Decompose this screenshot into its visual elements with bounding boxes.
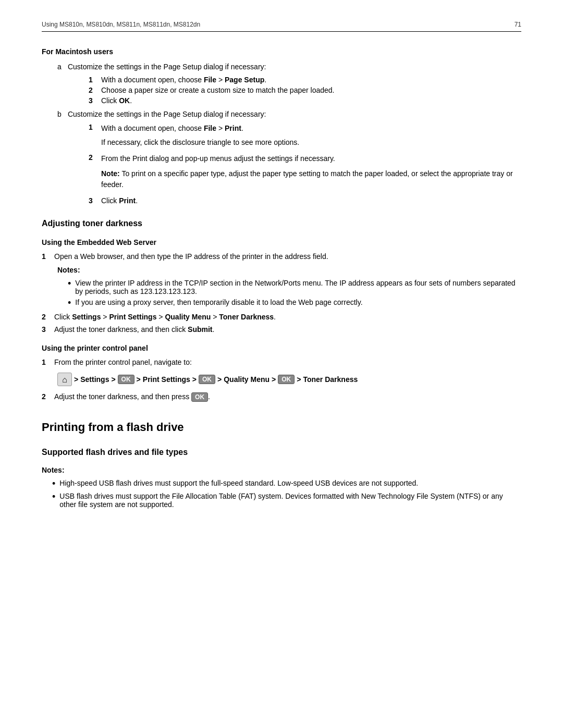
print-bold: Print	[225, 124, 241, 132]
step-num: 1	[42, 252, 50, 261]
quality-menu-bold: Quality Menu	[165, 313, 211, 321]
flash-drive-section: Printing from a flash drive Supported fl…	[42, 418, 521, 509]
file-bold: File	[204, 124, 216, 132]
header-bar: Using MS810n, MS810dn, MS811n, MS811dn, …	[42, 21, 521, 32]
numbered-item: 3 Click OK.	[89, 96, 521, 105]
embedded-web-server-heading: Using the Embedded Web Server	[42, 237, 521, 248]
note-block: Note: To print on a specific paper type,…	[101, 168, 521, 190]
note-label: Note:	[101, 169, 120, 178]
numbered-item: 1 With a document open, choose File > Pa…	[89, 76, 521, 84]
toner-darkness-bold: Toner Darkness	[219, 313, 274, 321]
ews-step1: 1 Open a Web browser, and then type the …	[42, 252, 521, 261]
cp-step1: 1 From the printer control panel, naviga…	[42, 358, 521, 366]
ews-notes: Notes: • View the printer IP address in …	[57, 265, 521, 309]
file-bold: File	[204, 76, 216, 84]
header-title: Using MS810n, MS810dn, MS811n, MS811dn, …	[42, 21, 200, 28]
ok-button-2: OK	[199, 375, 215, 384]
ok-bold: OK	[119, 96, 130, 105]
nav-sep: >	[297, 375, 301, 384]
flash-bullet-list: • High-speed USB flash drives must suppo…	[52, 479, 521, 509]
numbered-item: 1 With a document open, choose File > Pr…	[89, 123, 521, 151]
ok-button-1: OK	[118, 375, 134, 384]
macintosh-item-a-intro: a Customize the settings in the Page Set…	[57, 61, 521, 72]
bullet-item: • USB flash drives must support the File…	[52, 492, 521, 509]
step-num: 2	[89, 86, 97, 94]
flash-drive-heading: Printing from a flash drive	[42, 418, 521, 436]
ews-step2: 2 Click Settings > Print Settings > Qual…	[42, 313, 521, 321]
home-icon: ⌂	[57, 373, 72, 386]
ews-step3: 3 Adjust the toner darkness, and then cl…	[42, 325, 521, 334]
nav-sep: >	[74, 375, 78, 384]
toner-section: Adjusting toner darkness Using the Embed…	[42, 217, 521, 402]
page-setup-bold: Page Setup	[225, 76, 264, 84]
settings-bold: Settings	[72, 313, 101, 321]
supported-heading: Supported flash drives and file types	[42, 446, 521, 459]
step-num: 1	[89, 76, 97, 84]
bullet-item: • If you are using a proxy server, then …	[68, 298, 521, 309]
bullet-dot: •	[68, 279, 71, 289]
toner-darkness-label: Toner Darkness	[303, 375, 358, 384]
bullet-dot: •	[52, 479, 55, 489]
numbered-item: 2 Choose a paper size or create a custom…	[89, 86, 521, 94]
step-num: 2	[42, 392, 50, 401]
macintosh-heading: For Macintosh users	[42, 46, 521, 57]
flash-notes-label: Notes:	[42, 465, 521, 476]
step-num: 2	[42, 313, 50, 321]
quality-menu-label: Quality Menu	[224, 375, 270, 384]
toner-heading: Adjusting toner darkness	[42, 217, 521, 230]
macintosh-item-a: a Customize the settings in the Page Set…	[57, 61, 521, 105]
nav-path: ⌂ > Settings > OK > Print Settings > OK …	[57, 373, 521, 386]
macintosh-item-b: b Customize the settings in the Page Set…	[57, 109, 521, 205]
ews-notes-label: Notes:	[57, 265, 521, 276]
step-num: 1	[89, 123, 97, 151]
step-num: 3	[89, 196, 97, 205]
nav-sep: >	[217, 375, 222, 384]
macintosh-a-step1: 1 With a document open, choose File > Pa…	[89, 76, 521, 105]
nav-sep: >	[111, 375, 115, 384]
page: Using MS810n, MS810dn, MS811n, MS811dn, …	[0, 0, 563, 728]
bullet-item: • View the printer IP address in the TCP…	[68, 279, 521, 295]
print-bold: Print	[119, 196, 136, 205]
macintosh-section: For Macintosh users a Customize the sett…	[42, 46, 521, 205]
bullet-item: • High-speed USB flash drives must suppo…	[52, 479, 521, 489]
ews-bullet-list: • View the printer IP address in the TCP…	[68, 279, 521, 309]
step-num: 1	[42, 358, 50, 366]
item-a-label: a	[57, 61, 66, 72]
control-panel-heading: Using the printer control panel	[42, 343, 521, 354]
item-b-label: b	[57, 109, 66, 120]
numbered-item: 3 Click Print.	[89, 196, 521, 205]
header-page-number: 71	[515, 21, 521, 28]
step-num: 3	[89, 96, 97, 105]
print-settings-label: Print Settings	[143, 375, 190, 384]
settings-label: Settings	[80, 375, 109, 384]
step-num: 3	[42, 325, 50, 334]
ok-button-3: OK	[278, 375, 295, 384]
print-settings-bold: Print Settings	[109, 313, 156, 321]
submit-bold: Submit	[188, 325, 212, 334]
bullet-dot: •	[68, 298, 71, 309]
numbered-item: 2 From the Print dialog and pop-up menus…	[89, 153, 521, 194]
step-num: 2	[89, 153, 97, 194]
cp-step2: 2 Adjust the toner darkness, and then pr…	[42, 392, 521, 402]
nav-sep: >	[137, 375, 141, 384]
macintosh-b-steps: 1 With a document open, choose File > Pr…	[89, 123, 521, 205]
ok-button-inline: OK	[191, 392, 208, 402]
bullet-dot: •	[52, 492, 55, 502]
nav-sep: >	[192, 375, 197, 384]
nav-sep: >	[272, 375, 276, 384]
macintosh-item-b-intro: b Customize the settings in the Page Set…	[57, 109, 521, 120]
